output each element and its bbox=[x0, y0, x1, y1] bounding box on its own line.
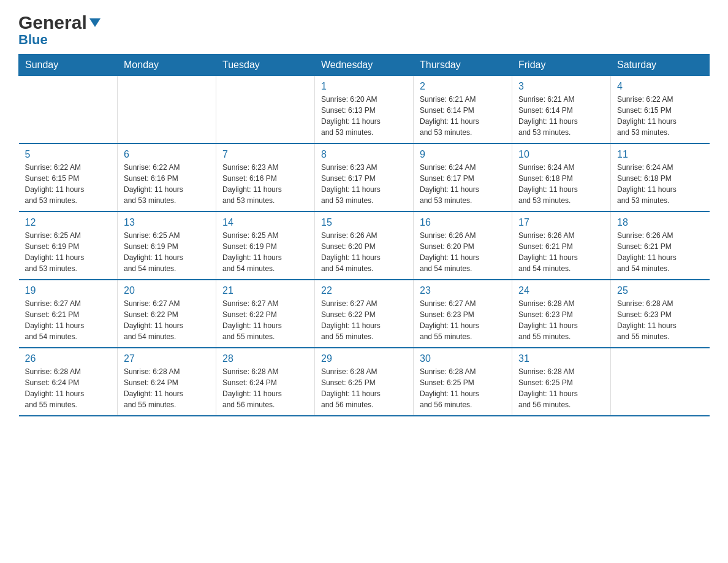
day-info: Sunrise: 6:24 AM Sunset: 6:18 PM Dayligh… bbox=[518, 162, 604, 206]
day-info: Sunrise: 6:28 AM Sunset: 6:25 PM Dayligh… bbox=[321, 366, 407, 410]
day-number: 15 bbox=[321, 217, 407, 228]
day-number: 17 bbox=[518, 217, 604, 228]
calendar-cell: 19Sunrise: 6:27 AM Sunset: 6:21 PM Dayli… bbox=[19, 280, 118, 348]
day-number: 26 bbox=[25, 353, 112, 364]
svg-marker-0 bbox=[89, 18, 100, 27]
calendar-cell: 29Sunrise: 6:28 AM Sunset: 6:25 PM Dayli… bbox=[315, 348, 414, 416]
day-info: Sunrise: 6:23 AM Sunset: 6:17 PM Dayligh… bbox=[321, 162, 407, 206]
day-info: Sunrise: 6:25 AM Sunset: 6:19 PM Dayligh… bbox=[124, 230, 210, 274]
calendar-cell bbox=[611, 348, 710, 416]
day-number: 21 bbox=[222, 285, 308, 296]
calendar-cell: 21Sunrise: 6:27 AM Sunset: 6:22 PM Dayli… bbox=[216, 280, 315, 348]
calendar-cell: 27Sunrise: 6:28 AM Sunset: 6:24 PM Dayli… bbox=[118, 348, 216, 416]
day-info: Sunrise: 6:26 AM Sunset: 6:21 PM Dayligh… bbox=[617, 230, 703, 274]
day-info: Sunrise: 6:20 AM Sunset: 6:13 PM Dayligh… bbox=[321, 94, 407, 138]
day-header-monday: Monday bbox=[118, 55, 216, 76]
day-info: Sunrise: 6:27 AM Sunset: 6:22 PM Dayligh… bbox=[124, 298, 210, 342]
day-header-thursday: Thursday bbox=[414, 55, 512, 76]
day-info: Sunrise: 6:28 AM Sunset: 6:23 PM Dayligh… bbox=[518, 298, 604, 342]
calendar-cell: 13Sunrise: 6:25 AM Sunset: 6:19 PM Dayli… bbox=[118, 212, 216, 280]
day-info: Sunrise: 6:28 AM Sunset: 6:25 PM Dayligh… bbox=[518, 366, 604, 410]
day-info: Sunrise: 6:28 AM Sunset: 6:24 PM Dayligh… bbox=[25, 366, 112, 410]
calendar-cell: 11Sunrise: 6:24 AM Sunset: 6:18 PM Dayli… bbox=[611, 144, 710, 212]
day-number: 9 bbox=[420, 149, 506, 160]
day-header-tuesday: Tuesday bbox=[216, 55, 315, 76]
day-number: 28 bbox=[222, 353, 308, 364]
day-number: 14 bbox=[222, 217, 308, 228]
day-info: Sunrise: 6:28 AM Sunset: 6:23 PM Dayligh… bbox=[617, 298, 703, 342]
day-number: 29 bbox=[321, 353, 407, 364]
day-header-friday: Friday bbox=[512, 55, 611, 76]
day-info: Sunrise: 6:25 AM Sunset: 6:19 PM Dayligh… bbox=[25, 230, 112, 274]
calendar-cell: 23Sunrise: 6:27 AM Sunset: 6:23 PM Dayli… bbox=[414, 280, 512, 348]
calendar-week-row: 26Sunrise: 6:28 AM Sunset: 6:24 PM Dayli… bbox=[19, 348, 710, 416]
day-info: Sunrise: 6:27 AM Sunset: 6:22 PM Dayligh… bbox=[321, 298, 407, 342]
day-number: 5 bbox=[25, 149, 112, 160]
day-info: Sunrise: 6:27 AM Sunset: 6:21 PM Dayligh… bbox=[25, 298, 112, 342]
day-number: 18 bbox=[617, 217, 703, 228]
day-number: 22 bbox=[321, 285, 407, 296]
calendar-header-row: SundayMondayTuesdayWednesdayThursdayFrid… bbox=[19, 55, 710, 76]
day-info: Sunrise: 6:22 AM Sunset: 6:15 PM Dayligh… bbox=[617, 94, 703, 138]
calendar-table: SundayMondayTuesdayWednesdayThursdayFrid… bbox=[18, 54, 710, 416]
day-number: 20 bbox=[124, 285, 210, 296]
calendar-cell: 30Sunrise: 6:28 AM Sunset: 6:25 PM Dayli… bbox=[414, 348, 512, 416]
day-number: 25 bbox=[617, 285, 703, 296]
day-info: Sunrise: 6:28 AM Sunset: 6:24 PM Dayligh… bbox=[124, 366, 210, 410]
day-number: 13 bbox=[124, 217, 210, 228]
calendar-cell bbox=[216, 76, 315, 144]
day-info: Sunrise: 6:27 AM Sunset: 6:23 PM Dayligh… bbox=[420, 298, 506, 342]
day-info: Sunrise: 6:27 AM Sunset: 6:22 PM Dayligh… bbox=[222, 298, 308, 342]
calendar-cell: 8Sunrise: 6:23 AM Sunset: 6:17 PM Daylig… bbox=[315, 144, 414, 212]
calendar-week-row: 5Sunrise: 6:22 AM Sunset: 6:15 PM Daylig… bbox=[19, 144, 710, 212]
day-info: Sunrise: 6:21 AM Sunset: 6:14 PM Dayligh… bbox=[518, 94, 604, 138]
calendar-cell: 26Sunrise: 6:28 AM Sunset: 6:24 PM Dayli… bbox=[19, 348, 118, 416]
logo: General Blue bbox=[18, 12, 102, 48]
calendar-cell: 10Sunrise: 6:24 AM Sunset: 6:18 PM Dayli… bbox=[512, 144, 611, 212]
day-info: Sunrise: 6:21 AM Sunset: 6:14 PM Dayligh… bbox=[420, 94, 506, 138]
day-info: Sunrise: 6:28 AM Sunset: 6:25 PM Dayligh… bbox=[420, 366, 506, 410]
logo-blue-text: Blue bbox=[18, 32, 48, 48]
calendar-week-row: 12Sunrise: 6:25 AM Sunset: 6:19 PM Dayli… bbox=[19, 212, 710, 280]
calendar-cell: 6Sunrise: 6:22 AM Sunset: 6:16 PM Daylig… bbox=[118, 144, 216, 212]
day-info: Sunrise: 6:23 AM Sunset: 6:16 PM Dayligh… bbox=[222, 162, 308, 206]
day-number: 19 bbox=[25, 285, 112, 296]
calendar-cell: 31Sunrise: 6:28 AM Sunset: 6:25 PM Dayli… bbox=[512, 348, 611, 416]
day-header-wednesday: Wednesday bbox=[315, 55, 414, 76]
day-number: 27 bbox=[124, 353, 210, 364]
day-number: 31 bbox=[518, 353, 604, 364]
calendar-cell: 25Sunrise: 6:28 AM Sunset: 6:23 PM Dayli… bbox=[611, 280, 710, 348]
calendar-week-row: 1Sunrise: 6:20 AM Sunset: 6:13 PM Daylig… bbox=[19, 76, 710, 144]
day-number: 2 bbox=[420, 81, 506, 92]
day-number: 12 bbox=[25, 217, 112, 228]
day-number: 1 bbox=[321, 81, 407, 92]
day-number: 7 bbox=[222, 149, 308, 160]
calendar-cell: 5Sunrise: 6:22 AM Sunset: 6:15 PM Daylig… bbox=[19, 144, 118, 212]
calendar-cell: 17Sunrise: 6:26 AM Sunset: 6:21 PM Dayli… bbox=[512, 212, 611, 280]
day-number: 10 bbox=[518, 149, 604, 160]
calendar-cell: 9Sunrise: 6:24 AM Sunset: 6:17 PM Daylig… bbox=[414, 144, 512, 212]
calendar-cell: 16Sunrise: 6:26 AM Sunset: 6:20 PM Dayli… bbox=[414, 212, 512, 280]
day-info: Sunrise: 6:26 AM Sunset: 6:20 PM Dayligh… bbox=[420, 230, 506, 274]
day-number: 24 bbox=[518, 285, 604, 296]
calendar-cell: 3Sunrise: 6:21 AM Sunset: 6:14 PM Daylig… bbox=[512, 76, 611, 144]
day-number: 8 bbox=[321, 149, 407, 160]
calendar-cell: 14Sunrise: 6:25 AM Sunset: 6:19 PM Dayli… bbox=[216, 212, 315, 280]
calendar-cell: 2Sunrise: 6:21 AM Sunset: 6:14 PM Daylig… bbox=[414, 76, 512, 144]
logo-triangle-icon bbox=[88, 16, 102, 29]
day-info: Sunrise: 6:28 AM Sunset: 6:24 PM Dayligh… bbox=[222, 366, 308, 410]
calendar-week-row: 19Sunrise: 6:27 AM Sunset: 6:21 PM Dayli… bbox=[19, 280, 710, 348]
calendar-cell: 22Sunrise: 6:27 AM Sunset: 6:22 PM Dayli… bbox=[315, 280, 414, 348]
calendar-cell: 20Sunrise: 6:27 AM Sunset: 6:22 PM Dayli… bbox=[118, 280, 216, 348]
calendar-cell: 12Sunrise: 6:25 AM Sunset: 6:19 PM Dayli… bbox=[19, 212, 118, 280]
day-info: Sunrise: 6:24 AM Sunset: 6:17 PM Dayligh… bbox=[420, 162, 506, 206]
calendar-cell bbox=[118, 76, 216, 144]
day-info: Sunrise: 6:25 AM Sunset: 6:19 PM Dayligh… bbox=[222, 230, 308, 274]
day-number: 4 bbox=[617, 81, 703, 92]
day-info: Sunrise: 6:22 AM Sunset: 6:16 PM Dayligh… bbox=[124, 162, 210, 206]
day-info: Sunrise: 6:22 AM Sunset: 6:15 PM Dayligh… bbox=[25, 162, 112, 206]
day-number: 6 bbox=[124, 149, 210, 160]
page-header: General Blue bbox=[18, 12, 710, 48]
day-info: Sunrise: 6:26 AM Sunset: 6:21 PM Dayligh… bbox=[518, 230, 604, 274]
calendar-cell: 24Sunrise: 6:28 AM Sunset: 6:23 PM Dayli… bbox=[512, 280, 611, 348]
